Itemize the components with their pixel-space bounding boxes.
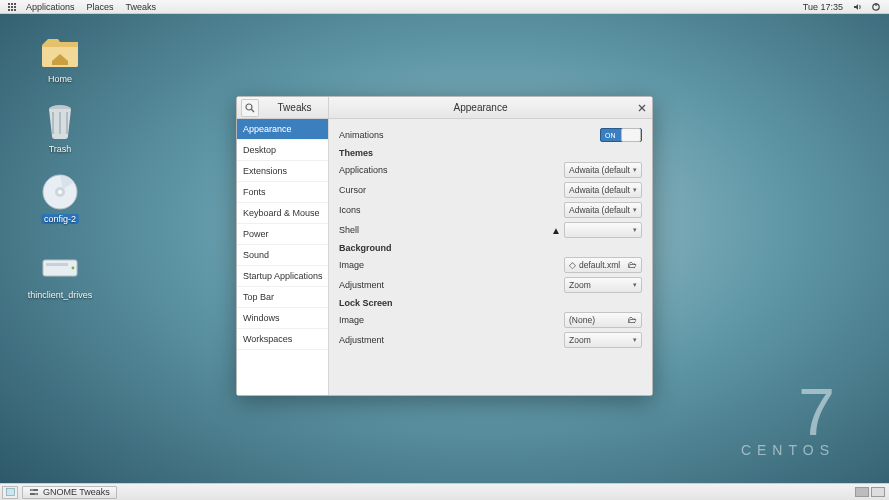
brand-name: CENTOS	[741, 442, 835, 458]
svg-point-15	[58, 190, 62, 194]
sidebar-item-desktop[interactable]: Desktop	[237, 140, 328, 161]
sidebar-item-sound[interactable]: Sound	[237, 245, 328, 266]
workspace-1[interactable]	[855, 487, 869, 497]
sidebar-item-extensions[interactable]: Extensions	[237, 161, 328, 182]
close-icon	[638, 104, 646, 112]
search-icon	[245, 103, 255, 113]
sidebar-item-startup-apps[interactable]: Startup Applications	[237, 266, 328, 287]
svg-rect-17	[46, 263, 68, 266]
toggle-knob	[621, 128, 641, 142]
tweaks-app-icon	[29, 487, 39, 497]
svg-rect-1	[11, 3, 13, 5]
taskbar-item-tweaks[interactable]: GNOME Tweaks	[22, 486, 117, 499]
shell-theme-select[interactable]	[564, 222, 642, 238]
sidebar-item-windows[interactable]: Windows	[237, 308, 328, 329]
svg-rect-21	[6, 489, 14, 496]
sidebar-item-workspaces[interactable]: Workspaces	[237, 329, 328, 350]
page-title: Appearance	[329, 97, 632, 118]
svg-rect-2	[14, 3, 16, 5]
themes-header: Themes	[339, 148, 642, 158]
sidebar-item-appearance[interactable]: Appearance	[237, 119, 328, 140]
clock[interactable]: Tue 17:35	[797, 2, 849, 12]
content-pane: Animations ON Themes Applications Adwait…	[329, 119, 652, 395]
icons-theme-select[interactable]: Adwaita (default)	[564, 202, 642, 218]
cursor-theme-label: Cursor	[339, 185, 564, 195]
sidebar-item-top-bar[interactable]: Top Bar	[237, 287, 328, 308]
apps-grid-icon[interactable]	[4, 3, 20, 11]
ls-image-chooser[interactable]: (None) 🗁	[564, 312, 642, 328]
svg-point-25	[35, 493, 38, 496]
desktop-icon-config[interactable]: config-2	[20, 172, 100, 224]
sidebar-item-keyboard-mouse[interactable]: Keyboard & Mouse	[237, 203, 328, 224]
app-title: Tweaks	[261, 102, 328, 113]
svg-line-20	[251, 109, 254, 112]
desktop-icon-label: thinclient_drives	[28, 290, 93, 300]
lockscreen-header: Lock Screen	[339, 298, 642, 308]
bottom-panel: GNOME Tweaks	[0, 483, 889, 500]
bg-adjust-label: Adjustment	[339, 280, 564, 290]
shell-theme-label: Shell	[339, 225, 551, 235]
ls-adjust-select[interactable]: Zoom	[564, 332, 642, 348]
os-brand: 7 CENTOS	[741, 382, 835, 458]
tweaks-window: Tweaks Appearance Appearance Desktop Ext…	[236, 96, 653, 396]
cursor-theme-select[interactable]: Adwaita (default)	[564, 182, 642, 198]
svg-point-24	[31, 489, 34, 492]
top-panel: Applications Places Tweaks Tue 17:35	[0, 0, 889, 14]
warning-icon: ▲	[551, 225, 561, 236]
desktop-icon-trash[interactable]: Trash	[20, 102, 100, 154]
desktop-icon-label: config-2	[41, 214, 79, 224]
svg-rect-5	[14, 6, 16, 8]
desktop-icon-label: Home	[48, 74, 72, 84]
menu-places[interactable]: Places	[81, 2, 120, 12]
trash-icon	[40, 102, 80, 142]
search-button[interactable]	[241, 99, 259, 117]
background-header: Background	[339, 243, 642, 253]
close-button[interactable]	[632, 97, 652, 118]
sidebar-item-power[interactable]: Power	[237, 224, 328, 245]
bg-adjust-select[interactable]: Zoom	[564, 277, 642, 293]
disc-icon	[40, 172, 80, 212]
applications-theme-select[interactable]: Adwaita (default)	[564, 162, 642, 178]
brand-number: 7	[741, 382, 835, 442]
icons-theme-label: Icons	[339, 205, 564, 215]
sidebar-item-fonts[interactable]: Fonts	[237, 182, 328, 203]
show-desktop-icon	[6, 488, 15, 496]
animations-toggle[interactable]: ON	[600, 128, 642, 142]
ls-adjust-label: Adjustment	[339, 335, 564, 345]
applications-theme-label: Applications	[339, 165, 564, 175]
svg-point-19	[246, 104, 252, 110]
show-desktop-button[interactable]	[2, 486, 18, 499]
titlebar[interactable]: Tweaks Appearance	[237, 97, 652, 119]
power-icon[interactable]	[867, 2, 885, 12]
folder-open-icon: 🗁	[628, 260, 637, 270]
bg-image-chooser[interactable]: ◇default.xml 🗁	[564, 257, 642, 273]
workspace-2[interactable]	[871, 487, 885, 497]
svg-rect-3	[8, 6, 10, 8]
desktop-icon-home[interactable]: Home	[20, 32, 100, 84]
taskbar-item-label: GNOME Tweaks	[43, 487, 110, 497]
ls-image-label: Image	[339, 315, 564, 325]
bg-image-label: Image	[339, 260, 564, 270]
menu-applications[interactable]: Applications	[20, 2, 81, 12]
desktop-icon-label: Trash	[49, 144, 72, 154]
file-xml-icon: ◇	[569, 260, 576, 270]
toggle-state-label: ON	[601, 132, 616, 139]
svg-rect-10	[875, 3, 876, 6]
volume-icon[interactable]	[849, 2, 867, 12]
svg-rect-7	[11, 9, 13, 11]
svg-rect-0	[8, 3, 10, 5]
svg-rect-4	[11, 6, 13, 8]
menu-tweaks[interactable]: Tweaks	[120, 2, 163, 12]
svg-rect-8	[14, 9, 16, 11]
folder-open-icon: 🗁	[628, 315, 637, 325]
folder-home-icon	[40, 32, 80, 72]
animations-label: Animations	[339, 130, 600, 140]
workspace-switcher	[855, 487, 889, 497]
svg-rect-6	[8, 9, 10, 11]
desktop-icon-drives[interactable]: thinclient_drives	[20, 248, 100, 300]
sidebar: Appearance Desktop Extensions Fonts Keyb…	[237, 119, 329, 395]
drive-icon	[40, 248, 80, 288]
svg-point-18	[72, 267, 75, 270]
